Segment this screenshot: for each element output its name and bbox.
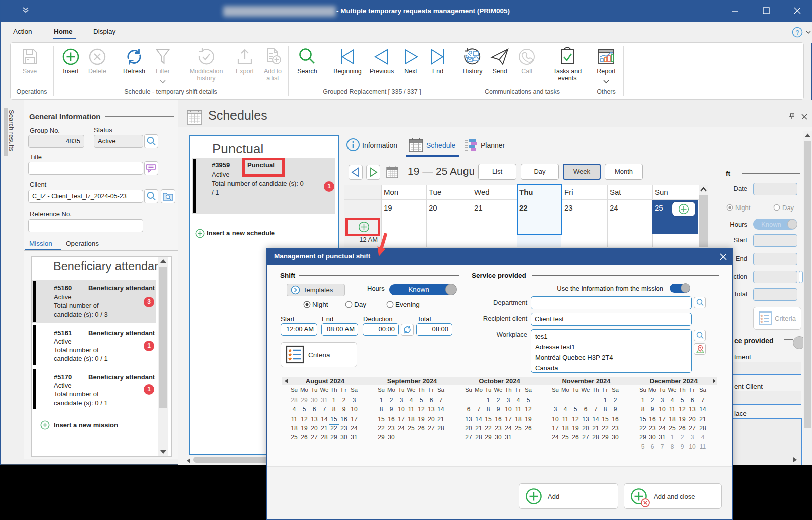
svg-text:?: ? [795,29,799,36]
